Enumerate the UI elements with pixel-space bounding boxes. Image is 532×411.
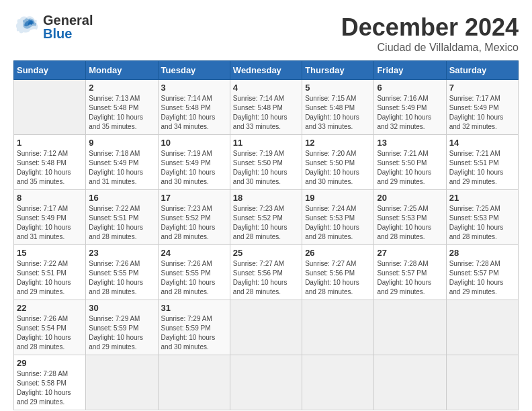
calendar-cell <box>446 300 518 355</box>
calendar-week-row: 29Sunrise: 7:28 AM Sunset: 5:58 PM Dayli… <box>14 355 519 410</box>
day-number: 1 <box>17 138 83 148</box>
day-info: Sunrise: 7:27 AM Sunset: 5:56 PM Dayligh… <box>305 259 371 297</box>
calendar-cell <box>302 355 374 410</box>
calendar-cell: 13Sunrise: 7:21 AM Sunset: 5:50 PM Dayli… <box>374 135 446 190</box>
day-number: 23 <box>89 248 154 258</box>
day-info: Sunrise: 7:28 AM Sunset: 5:57 PM Dayligh… <box>449 259 515 297</box>
day-info: Sunrise: 7:15 AM Sunset: 5:48 PM Dayligh… <box>305 94 371 132</box>
logo: General Blue <box>13 13 93 40</box>
calendar-cell: 21Sunrise: 7:25 AM Sunset: 5:53 PM Dayli… <box>446 190 518 245</box>
calendar-cell: 9Sunrise: 7:18 AM Sunset: 5:49 PM Daylig… <box>86 135 158 190</box>
col-saturday: Saturday <box>446 61 518 80</box>
main-title: December 2024 <box>341 13 519 42</box>
day-info: Sunrise: 7:21 AM Sunset: 5:50 PM Dayligh… <box>377 149 443 187</box>
day-number: 25 <box>233 248 299 258</box>
day-number: 7 <box>449 83 515 93</box>
day-number: 21 <box>449 193 515 203</box>
day-info: Sunrise: 7:22 AM Sunset: 5:51 PM Dayligh… <box>17 259 83 297</box>
calendar-cell: 26Sunrise: 7:27 AM Sunset: 5:56 PM Dayli… <box>302 245 374 300</box>
day-info: Sunrise: 7:26 AM Sunset: 5:55 PM Dayligh… <box>161 259 227 297</box>
day-number: 19 <box>305 193 371 203</box>
calendar-cell: 3Sunrise: 7:14 AM Sunset: 5:48 PM Daylig… <box>158 80 230 135</box>
day-number: 16 <box>89 193 154 203</box>
day-number: 31 <box>161 303 227 313</box>
calendar-cell: 7Sunrise: 7:17 AM Sunset: 5:49 PM Daylig… <box>446 80 518 135</box>
calendar-cell <box>446 355 518 410</box>
day-number: 30 <box>89 303 154 313</box>
day-number: 10 <box>161 138 227 148</box>
logo-blue-text: Blue <box>43 27 93 40</box>
day-number: 9 <box>89 138 154 148</box>
day-number: 28 <box>449 248 515 258</box>
calendar-cell: 25Sunrise: 7:27 AM Sunset: 5:56 PM Dayli… <box>230 245 302 300</box>
calendar-cell <box>86 355 158 410</box>
calendar-cell <box>230 355 302 410</box>
calendar-cell: 14Sunrise: 7:21 AM Sunset: 5:51 PM Dayli… <box>446 135 518 190</box>
calendar-cell: 30Sunrise: 7:29 AM Sunset: 5:59 PM Dayli… <box>86 300 158 355</box>
calendar-body: 2Sunrise: 7:13 AM Sunset: 5:48 PM Daylig… <box>14 80 519 410</box>
logo-icon <box>13 13 40 40</box>
calendar-cell: 12Sunrise: 7:20 AM Sunset: 5:50 PM Dayli… <box>302 135 374 190</box>
calendar-table: Sunday Monday Tuesday Wednesday Thursday… <box>13 60 519 410</box>
day-number: 3 <box>161 83 227 93</box>
day-info: Sunrise: 7:14 AM Sunset: 5:48 PM Dayligh… <box>233 94 299 132</box>
day-number: 12 <box>305 138 371 148</box>
subtitle: Ciudad de Villaldama, Mexico <box>341 42 519 54</box>
day-info: Sunrise: 7:20 AM Sunset: 5:50 PM Dayligh… <box>305 149 371 187</box>
day-info: Sunrise: 7:19 AM Sunset: 5:49 PM Dayligh… <box>161 149 227 187</box>
day-info: Sunrise: 7:23 AM Sunset: 5:52 PM Dayligh… <box>233 204 299 242</box>
day-number: 5 <box>305 83 371 93</box>
day-info: Sunrise: 7:24 AM Sunset: 5:53 PM Dayligh… <box>305 204 371 242</box>
day-number: 15 <box>17 248 83 258</box>
day-number: 2 <box>89 83 154 93</box>
calendar-cell: 11Sunrise: 7:19 AM Sunset: 5:50 PM Dayli… <box>230 135 302 190</box>
calendar-cell: 18Sunrise: 7:23 AM Sunset: 5:52 PM Dayli… <box>230 190 302 245</box>
day-number: 11 <box>233 138 299 148</box>
day-info: Sunrise: 7:21 AM Sunset: 5:51 PM Dayligh… <box>449 149 515 187</box>
calendar-cell: 27Sunrise: 7:28 AM Sunset: 5:57 PM Dayli… <box>374 245 446 300</box>
day-info: Sunrise: 7:22 AM Sunset: 5:51 PM Dayligh… <box>89 204 154 242</box>
calendar-cell: 28Sunrise: 7:28 AM Sunset: 5:57 PM Dayli… <box>446 245 518 300</box>
calendar-cell: 19Sunrise: 7:24 AM Sunset: 5:53 PM Dayli… <box>302 190 374 245</box>
day-info: Sunrise: 7:23 AM Sunset: 5:52 PM Dayligh… <box>161 204 227 242</box>
day-number: 22 <box>17 303 83 313</box>
day-info: Sunrise: 7:28 AM Sunset: 5:58 PM Dayligh… <box>17 369 83 407</box>
calendar-cell <box>14 80 86 135</box>
calendar-cell: 1Sunrise: 7:12 AM Sunset: 5:48 PM Daylig… <box>14 135 86 190</box>
day-info: Sunrise: 7:26 AM Sunset: 5:55 PM Dayligh… <box>89 259 154 297</box>
calendar-cell: 23Sunrise: 7:26 AM Sunset: 5:55 PM Dayli… <box>86 245 158 300</box>
calendar-cell <box>374 300 446 355</box>
col-monday: Monday <box>86 61 158 80</box>
day-info: Sunrise: 7:12 AM Sunset: 5:48 PM Dayligh… <box>17 149 83 187</box>
day-number: 26 <box>305 248 371 258</box>
calendar-cell: 15Sunrise: 7:22 AM Sunset: 5:51 PM Dayli… <box>14 245 86 300</box>
page-header: General Blue December 2024 Ciudad de Vil… <box>13 13 519 54</box>
day-info: Sunrise: 7:29 AM Sunset: 5:59 PM Dayligh… <box>89 314 154 352</box>
day-number: 24 <box>161 248 227 258</box>
calendar-header-row: Sunday Monday Tuesday Wednesday Thursday… <box>14 61 519 80</box>
calendar-week-row: 22Sunrise: 7:26 AM Sunset: 5:54 PM Dayli… <box>14 300 519 355</box>
day-number: 14 <box>449 138 515 148</box>
logo-name: General Blue <box>43 13 93 40</box>
day-info: Sunrise: 7:19 AM Sunset: 5:50 PM Dayligh… <box>233 149 299 187</box>
calendar-cell: 17Sunrise: 7:23 AM Sunset: 5:52 PM Dayli… <box>158 190 230 245</box>
day-info: Sunrise: 7:17 AM Sunset: 5:49 PM Dayligh… <box>449 94 515 132</box>
day-info: Sunrise: 7:26 AM Sunset: 5:54 PM Dayligh… <box>17 314 83 352</box>
day-number: 29 <box>17 358 83 368</box>
day-info: Sunrise: 7:25 AM Sunset: 5:53 PM Dayligh… <box>377 204 443 242</box>
day-info: Sunrise: 7:18 AM Sunset: 5:49 PM Dayligh… <box>89 149 154 187</box>
calendar-cell: 8Sunrise: 7:17 AM Sunset: 5:49 PM Daylig… <box>14 190 86 245</box>
col-sunday: Sunday <box>14 61 86 80</box>
calendar-cell: 6Sunrise: 7:16 AM Sunset: 5:49 PM Daylig… <box>374 80 446 135</box>
calendar-week-row: 15Sunrise: 7:22 AM Sunset: 5:51 PM Dayli… <box>14 245 519 300</box>
calendar-cell: 10Sunrise: 7:19 AM Sunset: 5:49 PM Dayli… <box>158 135 230 190</box>
calendar-cell: 2Sunrise: 7:13 AM Sunset: 5:48 PM Daylig… <box>86 80 158 135</box>
calendar-cell: 4Sunrise: 7:14 AM Sunset: 5:48 PM Daylig… <box>230 80 302 135</box>
calendar-week-row: 8Sunrise: 7:17 AM Sunset: 5:49 PM Daylig… <box>14 190 519 245</box>
day-info: Sunrise: 7:16 AM Sunset: 5:49 PM Dayligh… <box>377 94 443 132</box>
day-number: 4 <box>233 83 299 93</box>
col-tuesday: Tuesday <box>158 61 230 80</box>
calendar-cell <box>230 300 302 355</box>
calendar-cell: 29Sunrise: 7:28 AM Sunset: 5:58 PM Dayli… <box>14 355 86 410</box>
calendar-cell: 31Sunrise: 7:29 AM Sunset: 5:59 PM Dayli… <box>158 300 230 355</box>
